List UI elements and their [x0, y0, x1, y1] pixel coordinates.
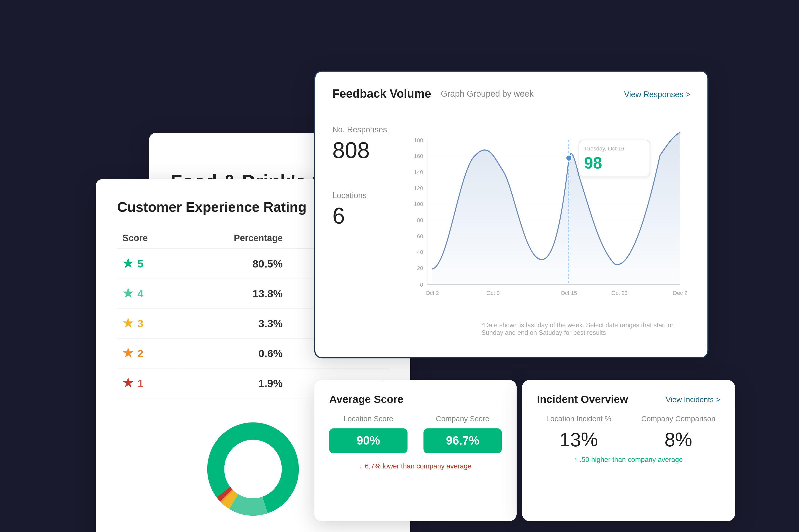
feedback-card: Feedback Volume Graph Grouped by week Vi…: [314, 71, 709, 358]
company-comparison-label: Company Comparison: [636, 414, 720, 423]
view-incidents-link[interactable]: View Incidents >: [666, 395, 720, 404]
no-responses-stat: No. Responses 808: [332, 125, 407, 163]
incident-card: Incident Overview View Incidents > Locat…: [522, 380, 735, 521]
incident-note: ↑ .50 higher than company average: [537, 455, 720, 463]
score-columns: Location Score 90% Company Score 96.7%: [329, 414, 502, 459]
svg-text:60: 60: [417, 233, 423, 240]
view-responses-link[interactable]: View Responses >: [624, 90, 690, 99]
no-responses-label: No. Responses: [332, 125, 407, 134]
chart-dot: [566, 155, 572, 161]
star-4-icon: ★: [123, 287, 133, 301]
pct-5: 80.5%: [181, 249, 288, 279]
feedback-title: Feedback Volume: [332, 87, 431, 101]
svg-text:40: 40: [417, 249, 423, 255]
location-score-col: Location Score 90%: [329, 414, 408, 459]
incident-columns: Location Incident % 13% Company Comparis…: [537, 414, 720, 455]
star-1-icon: ★: [123, 376, 133, 390]
pct-1: 1.9%: [181, 368, 288, 398]
pct-2: 0.6%: [181, 339, 288, 368]
incident-title: Incident Overview: [537, 393, 628, 406]
company-score-badge: 96.7%: [423, 428, 502, 453]
feedback-header: Feedback Volume Graph Grouped by week Vi…: [332, 87, 690, 101]
svg-text:Oct 23: Oct 23: [611, 290, 628, 296]
company-comparison-value: 8%: [636, 428, 720, 451]
svg-text:100: 100: [414, 201, 423, 207]
svg-text:0: 0: [420, 282, 423, 288]
location-incident-value: 13%: [537, 428, 620, 451]
svg-text:Oct 2: Oct 2: [426, 290, 439, 296]
no-responses-value: 808: [332, 137, 407, 164]
svg-text:Dec 2: Dec 2: [673, 290, 687, 296]
avg-score-card: Average Score Location Score 90% Company…: [314, 380, 517, 521]
svg-point-5: [226, 442, 280, 496]
chart-note: *Date shown is last day of the week. Sel…: [481, 321, 690, 337]
location-score-label: Location Score: [329, 414, 408, 423]
locations-label: Locations: [332, 191, 407, 200]
incident-header: Incident Overview View Incidents >: [537, 393, 720, 406]
feedback-stats: No. Responses 808 Locations 6: [332, 109, 407, 337]
pct-4: 13.8%: [181, 279, 288, 309]
svg-text:160: 160: [414, 153, 423, 159]
feedback-chart-svg: 180 160 140 120 100 80 60 40 20 0: [407, 109, 690, 337]
avg-score-title: Average Score: [329, 393, 502, 406]
star-5-icon: ★: [123, 257, 133, 271]
tooltip-value-text: 98: [584, 153, 602, 172]
col-score: Score: [117, 229, 181, 249]
star-3-icon: ★: [123, 317, 133, 330]
company-comparison-col: Company Comparison 8%: [636, 414, 720, 455]
location-score-badge: 90%: [329, 428, 408, 453]
feedback-body: No. Responses 808 Locations 6: [332, 109, 690, 337]
svg-text:Oct 15: Oct 15: [561, 290, 577, 296]
location-incident-col: Location Incident % 13%: [537, 414, 620, 455]
svg-text:80: 80: [417, 217, 423, 223]
donut-svg: [200, 415, 306, 523]
svg-text:180: 180: [414, 137, 423, 144]
svg-text:Oct 9: Oct 9: [486, 290, 500, 296]
pct-3: 3.3%: [181, 309, 288, 339]
company-score-label: Company Score: [423, 414, 502, 423]
col-percentage: Percentage: [181, 229, 288, 249]
tooltip-date-text: Tuesday, Oct 16: [584, 145, 625, 151]
locations-value: 6: [332, 203, 407, 229]
star-2-icon: ★: [123, 346, 133, 360]
company-score-col: Company Score 96.7%: [423, 414, 502, 459]
svg-text:120: 120: [414, 185, 423, 191]
chart-area: 180 160 140 120 100 80 60 40 20 0: [407, 109, 690, 337]
location-incident-label: Location Incident %: [537, 414, 620, 423]
locations-stat: Locations 6: [332, 191, 407, 229]
feedback-grouped: Graph Grouped by week: [441, 89, 534, 99]
svg-text:140: 140: [414, 169, 423, 175]
avg-score-note: ↓ 6.7% lower than company average: [329, 462, 502, 470]
svg-text:20: 20: [417, 265, 423, 271]
